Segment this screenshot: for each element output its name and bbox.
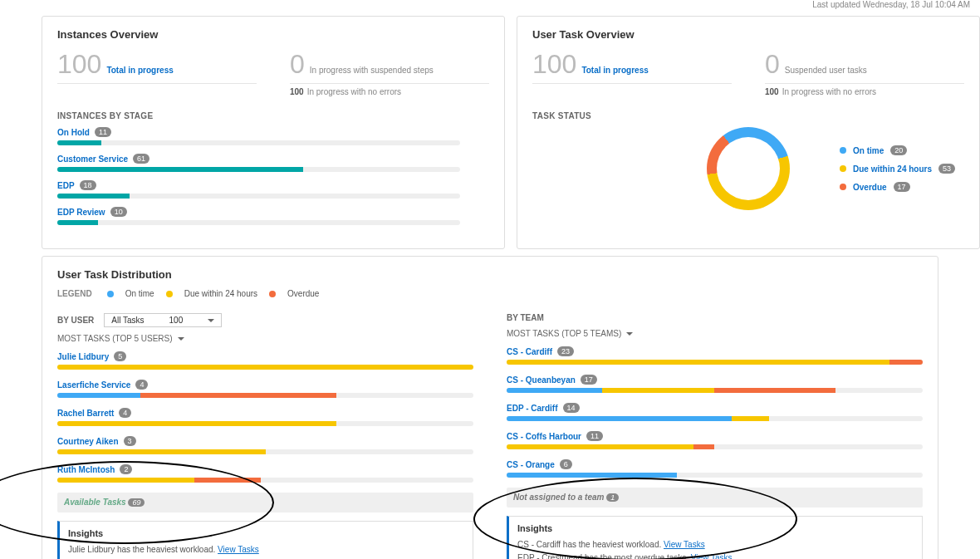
sort-team-select[interactable]: MOST TASKS (TOP 5 TEAMS) xyxy=(507,329,923,338)
dist-legend: LEGEND On time Due within 24 hours Overd… xyxy=(57,289,923,298)
usertask-noerr-label: In progress with no errors xyxy=(782,87,876,96)
instances-total-num: 100 xyxy=(57,49,101,80)
dist-title: User Task Distribution xyxy=(57,268,923,281)
view-tasks-link[interactable]: View Tasks xyxy=(218,545,259,554)
by-team-label: BY TEAM xyxy=(507,313,544,322)
legend-row[interactable]: Due within 24 hours53 xyxy=(840,164,955,174)
dist-row[interactable]: CS - Orange6 xyxy=(507,459,923,478)
legend-row[interactable]: Overdue17 xyxy=(840,182,955,192)
dist-row[interactable]: Ruth McIntosh2 xyxy=(57,464,473,483)
usertask-title: User Task Overview xyxy=(532,28,964,41)
usertask-overview-card: User Task Overview 100 Total in progress… xyxy=(517,16,980,249)
stage-row[interactable]: Customer Service61 xyxy=(57,154,489,172)
dist-row[interactable]: Julie Lidbury5 xyxy=(57,351,473,370)
dist-row[interactable]: CS - Cardiff23 xyxy=(507,346,923,365)
dist-row[interactable]: Rachel Barrett4 xyxy=(57,408,473,426)
available-tasks-row[interactable]: Available Tasks 69 xyxy=(57,493,473,512)
usertask-total-label[interactable]: Total in progress xyxy=(581,66,648,75)
dist-row[interactable]: Laserfiche Service4 xyxy=(57,380,473,398)
instances-noerr-label: In progress with no errors xyxy=(307,87,401,96)
chevron-down-icon xyxy=(626,332,633,336)
insight-line: EDP - Crestmead has the most overdue tas… xyxy=(517,552,914,559)
dist-row[interactable]: EDP - Cardiff14 xyxy=(507,403,923,421)
view-tasks-link[interactable]: View Tasks xyxy=(691,553,733,559)
dot-icon xyxy=(840,147,846,154)
unassigned-team-row[interactable]: Not assigned to a team 1 xyxy=(507,488,923,508)
instances-suspended-num: 0 xyxy=(290,49,305,80)
instances-noerr-num: 100 xyxy=(290,87,304,96)
stage-row[interactable]: EDP Review10 xyxy=(57,207,489,225)
sort-user-select[interactable]: MOST TASKS (TOP 5 USERS) xyxy=(57,334,473,343)
instances-stages-label: INSTANCES BY STAGE xyxy=(57,111,489,120)
dist-row[interactable]: CS - Coffs Harbour11 xyxy=(507,431,923,449)
team-insights: Insights CS - Cardiff has the heaviest w… xyxy=(507,516,923,559)
dot-icon xyxy=(840,184,846,190)
dist-row[interactable]: Courtney Aiken3 xyxy=(57,436,473,454)
insight-line: Julie Lidbury has the heaviest workload.… xyxy=(68,543,464,557)
chevron-down-icon xyxy=(178,337,184,341)
instances-suspended-label: In progress with suspended steps xyxy=(310,66,434,75)
by-user-label: BY USER xyxy=(57,316,94,325)
legend-row[interactable]: On time20 xyxy=(840,145,955,155)
stage-row[interactable]: On Hold11 xyxy=(57,127,489,145)
by-user-column: BY USER All Tasks100 MOST TASKS (TOP 5 U… xyxy=(57,313,473,559)
stage-row[interactable]: EDP18 xyxy=(57,180,489,199)
instances-overview-card: Instances Overview 100 Total in progress… xyxy=(42,16,505,249)
dist-row[interactable]: CS - Queanbeyan17 xyxy=(507,375,923,393)
insight-line: CS - Cardiff has the heaviest workload. … xyxy=(517,538,914,552)
chevron-down-icon xyxy=(208,319,214,322)
usertask-suspended-label: Suspended user tasks xyxy=(785,66,867,75)
task-status-donut xyxy=(707,127,790,210)
usertask-noerr-num: 100 xyxy=(765,87,779,96)
user-insights: Insights Julie Lidbury has the heaviest … xyxy=(57,521,473,559)
by-team-column: BY TEAM MOST TASKS (TOP 5 TEAMS) CS - Ca… xyxy=(507,313,923,559)
usertask-suspended-num: 0 xyxy=(765,49,780,80)
task-filter-select[interactable]: All Tasks100 xyxy=(104,313,222,327)
instances-total-label[interactable]: Total in progress xyxy=(106,66,173,75)
usertask-total-num: 100 xyxy=(532,49,576,80)
view-tasks-link[interactable]: View Tasks xyxy=(664,540,705,549)
last-updated: Last updated Wednesday, 18 Jul 10:04 AM xyxy=(0,0,980,9)
distribution-card: User Task Distribution LEGEND On time Du… xyxy=(42,256,938,559)
task-status-label: TASK STATUS xyxy=(532,111,964,120)
dot-icon xyxy=(840,165,846,172)
instances-title: Instances Overview xyxy=(57,28,489,41)
